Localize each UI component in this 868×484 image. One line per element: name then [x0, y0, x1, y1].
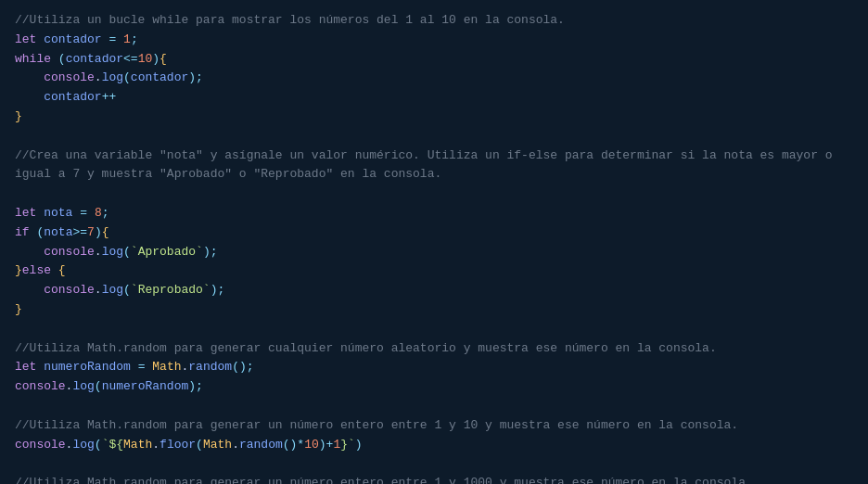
code-line-20: console.log(numeroRandom);: [15, 377, 853, 397]
code-line-23: console.log(`${Math.floor(Math.random()*…: [15, 436, 853, 455]
code-line-2: let contador = 1;: [15, 31, 853, 50]
code-line-10: [15, 185, 853, 204]
code-line-17: [15, 320, 853, 339]
code-line-16: }: [15, 300, 853, 320]
code-line-18: //Utiliza Math.random para generar cualq…: [15, 339, 853, 359]
code-line-8: //Crea una variable "nota" y asígnale un…: [15, 146, 853, 166]
code-line-3: while (contador<=10){: [15, 50, 853, 70]
code-line-11: let nota = 8;: [15, 204, 853, 223]
code-line-13: console.log(`Aprobado`);: [15, 243, 853, 262]
code-line-5: contador++: [15, 88, 853, 108]
code-line-6: }: [15, 108, 853, 127]
code-line-22: //Utiliza Math.random para generar un nú…: [15, 416, 853, 436]
code-line-19: let numeroRandom = Math.random();: [15, 358, 853, 377]
code-line-24: [15, 454, 853, 474]
code-line-7: [15, 127, 853, 146]
code-line-1: //Utiliza un bucle while para mostrar lo…: [15, 11, 853, 31]
code-editor: //Utiliza un bucle while para mostrar lo…: [0, 0, 868, 484]
code-line-25: //Utiliza Math.random para generar un nú…: [15, 474, 853, 484]
code-line-4: console.log(contador);: [15, 69, 853, 88]
code-line-15: console.log(`Reprobado`);: [15, 281, 853, 300]
code-line-21: [15, 397, 853, 416]
code-line-12: if (nota>=7){: [15, 223, 853, 243]
code-line-9: igual a 7 y muestra "Aprobado" o "Reprob…: [15, 165, 853, 185]
code-line-14: }else {: [15, 261, 853, 281]
